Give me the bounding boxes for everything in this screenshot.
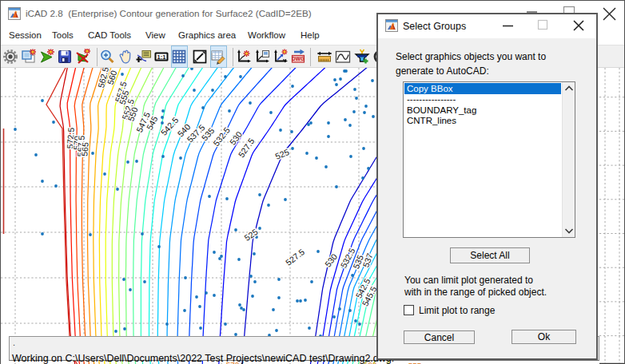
svg-text:525: 525	[274, 147, 291, 161]
svg-text:532.5: 532.5	[211, 125, 232, 148]
svg-text:525: 525	[242, 227, 259, 243]
svg-text:527.5: 527.5	[284, 247, 306, 267]
svg-text:DWG: DWG	[292, 56, 305, 61]
svg-text:1:1: 1:1	[157, 53, 166, 61]
svg-text:565: 565	[79, 142, 90, 157]
